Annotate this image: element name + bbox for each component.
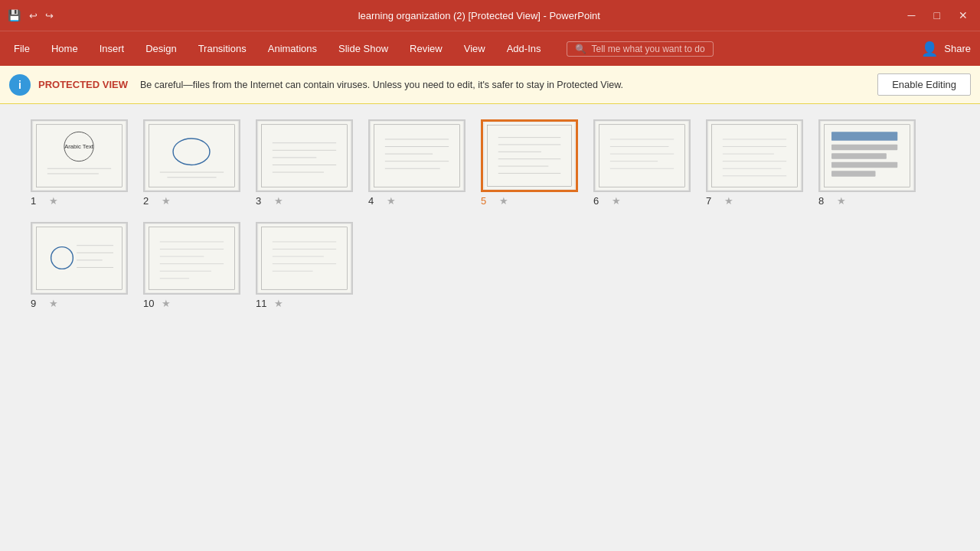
redo-button[interactable]: ↪ [42, 8, 57, 23]
slide-thumbnail-5[interactable] [481, 119, 578, 192]
slide-number-2: 2 [143, 195, 158, 207]
menu-item-insert[interactable]: Insert [89, 31, 136, 66]
slide-star-3[interactable]: ★ [274, 195, 283, 207]
title-bar-left: 💾 ↩ ↪ [6, 8, 57, 23]
svg-rect-53 [831, 162, 897, 168]
svg-rect-33 [596, 121, 689, 191]
slide-thumbnail-1[interactable]: Arabic Text [31, 119, 128, 192]
menu-item-view[interactable]: View [453, 31, 496, 66]
menu-bar: FileHomeInsertDesignTransitionsAnimation… [0, 31, 980, 66]
menu-item-review[interactable]: Review [399, 31, 453, 66]
slide-info-10: 10★ [143, 298, 171, 309]
svg-rect-0 [33, 121, 126, 191]
slide-grid: Arabic Text 1★ 2★ 3★ [0, 104, 980, 340]
slide-star-8[interactable]: ★ [837, 195, 846, 207]
slide-thumbnail-11[interactable] [256, 222, 353, 295]
slide-number-7: 7 [706, 195, 721, 207]
slide-item-5[interactable]: 5★ [481, 119, 578, 207]
slide-thumbnail-4[interactable] [368, 119, 466, 192]
slide-star-10[interactable]: ★ [162, 298, 171, 309]
slide-thumbnail-10[interactable] [143, 222, 240, 295]
undo-redo-group: ↩ ↪ [26, 8, 57, 23]
slide-thumbnail-8[interactable] [818, 119, 916, 192]
svg-rect-6 [145, 121, 239, 191]
slide-number-10: 10 [143, 298, 158, 309]
window-controls: ─ □ ✕ [902, 8, 974, 23]
svg-rect-52 [831, 153, 887, 159]
menu-item-home[interactable]: Home [41, 31, 89, 66]
slide-number-11: 11 [256, 298, 271, 309]
slide-info-8: 8★ [818, 195, 846, 207]
title-bar: 💾 ↩ ↪ learning organization (2) [Protect… [0, 0, 980, 31]
svg-rect-62 [145, 223, 239, 293]
slide-star-7[interactable]: ★ [724, 195, 733, 207]
menu-item-addins[interactable]: Add-Ins [496, 31, 552, 66]
slide-number-3: 3 [256, 195, 271, 207]
menu-item-transitions[interactable]: Transitions [188, 31, 257, 66]
slide-thumbnail-3[interactable] [256, 119, 353, 192]
menu-item-design[interactable]: Design [135, 31, 187, 66]
svg-rect-50 [831, 132, 897, 140]
slide-item-1[interactable]: Arabic Text 1★ [31, 119, 128, 207]
slide-item-3[interactable]: 3★ [256, 119, 353, 207]
undo-button[interactable]: ↩ [26, 8, 41, 23]
slide-number-8: 8 [818, 195, 834, 207]
slide-item-6[interactable]: 6★ [593, 119, 691, 207]
slide-item-8[interactable]: 8★ [818, 119, 916, 207]
menu-item-file[interactable]: File [3, 31, 41, 66]
slide-thumbnail-9[interactable] [31, 222, 128, 295]
svg-rect-70 [258, 223, 351, 293]
menu-items: FileHomeInsertDesignTransitionsAnimation… [3, 31, 551, 66]
share-button[interactable]: Share [944, 43, 971, 54]
svg-rect-25 [484, 122, 575, 190]
slide-number-9: 9 [31, 298, 46, 309]
slide-star-6[interactable]: ★ [612, 195, 621, 207]
slide-info-3: 3★ [256, 195, 283, 207]
svg-rect-51 [831, 145, 897, 151]
slide-item-9[interactable]: 9★ [31, 222, 128, 309]
search-bar[interactable]: 🔍 Tell me what you want to do [567, 41, 713, 57]
slide-thumbnail-6[interactable] [593, 119, 691, 192]
close-button[interactable]: ✕ [952, 8, 974, 23]
svg-rect-18 [371, 121, 464, 191]
slide-star-9[interactable]: ★ [49, 298, 58, 309]
slide-item-4[interactable]: 4★ [368, 119, 466, 207]
svg-rect-54 [831, 171, 875, 177]
slide-info-5: 5★ [481, 195, 508, 207]
slide-star-4[interactable]: ★ [387, 195, 396, 207]
slide-item-7[interactable]: 7★ [706, 119, 803, 207]
slide-star-5[interactable]: ★ [499, 195, 508, 207]
search-icon: 🔍 [575, 44, 586, 54]
slide-info-6: 6★ [593, 195, 621, 207]
window-title: learning organization (2) [Protected Vie… [57, 10, 902, 21]
svg-rect-11 [258, 121, 351, 191]
menu-item-animations[interactable]: Animations [257, 31, 328, 66]
slide-thumbnail-2[interactable] [143, 119, 240, 192]
slide-item-11[interactable]: 11★ [256, 222, 353, 309]
search-label: Tell me what you want to do [591, 44, 704, 54]
slide-info-7: 7★ [706, 195, 733, 207]
svg-rect-40 [708, 121, 802, 191]
slide-number-6: 6 [593, 195, 609, 207]
slide-info-2: 2★ [143, 195, 171, 207]
slide-thumbnail-7[interactable] [706, 119, 803, 192]
protected-view-badge: PROTECTED VIEW [38, 79, 128, 90]
slide-info-1: 1★ [31, 195, 58, 207]
minimize-button[interactable]: ─ [902, 8, 922, 23]
maximize-button[interactable]: □ [928, 8, 946, 23]
slide-info-9: 9★ [31, 298, 58, 309]
menu-item-slideshow[interactable]: Slide Show [328, 31, 399, 66]
protected-view-bar: i PROTECTED VIEW Be careful—files from t… [0, 66, 980, 104]
slide-item-2[interactable]: 2★ [143, 119, 240, 207]
slide-star-1[interactable]: ★ [49, 195, 58, 207]
info-icon: i [9, 74, 31, 96]
user-icon: 👤 [921, 41, 938, 57]
slide-item-10[interactable]: 10★ [143, 222, 240, 309]
save-icon[interactable]: 💾 [6, 8, 21, 23]
slide-star-2[interactable]: ★ [162, 195, 171, 207]
enable-editing-button[interactable]: Enable Editing [877, 73, 971, 96]
slide-info-4: 4★ [368, 195, 396, 207]
svg-rect-55 [33, 223, 126, 293]
slide-star-11[interactable]: ★ [274, 298, 283, 309]
slide-number-4: 4 [368, 195, 384, 207]
